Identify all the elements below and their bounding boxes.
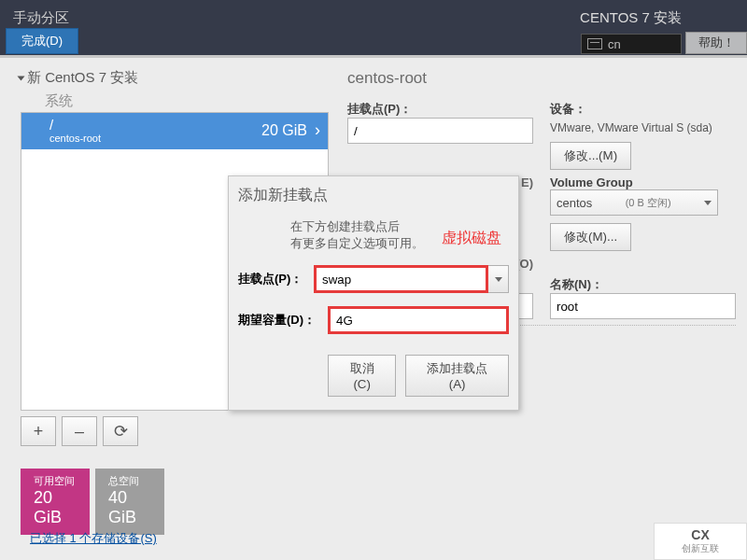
mount-label: 挂载点(P)： bbox=[347, 101, 533, 118]
name-input[interactable] bbox=[550, 293, 736, 319]
device-value: VMware, VMware Virtual S (sda) bbox=[550, 121, 736, 134]
volume-group-free: (0 B 空闲) bbox=[626, 196, 671, 210]
page-title: 手动分区 bbox=[13, 9, 69, 27]
volume-group-label: Volume Group bbox=[550, 175, 736, 189]
chevron-down-icon bbox=[495, 277, 502, 282]
available-space-box: 可用空间 20 GiB bbox=[21, 469, 90, 535]
dialog-add-button[interactable]: 添加挂载点(A) bbox=[405, 355, 509, 397]
remove-mount-button[interactable]: – bbox=[62, 416, 97, 446]
section-label: 系统 bbox=[45, 92, 331, 110]
dialog-cancel-button[interactable]: 取消(C) bbox=[328, 355, 396, 397]
partition-row-selected[interactable]: / centos-root 20 GiB › bbox=[21, 113, 328, 149]
annotation-text: 虚拟磁盘 bbox=[442, 229, 501, 248]
volume-group-select[interactable]: centos (0 B 空闲) bbox=[550, 189, 718, 216]
keyboard-icon bbox=[587, 38, 602, 49]
space-summary: 可用空间 20 GiB 总空间 40 GiB bbox=[21, 469, 164, 535]
selected-devices-link[interactable]: 已选择 1 个存储设备(S) bbox=[30, 530, 157, 547]
watermark-brand-short: CX bbox=[691, 527, 709, 542]
watermark-brand: 创新互联 bbox=[682, 542, 719, 555]
watermark: CX 创新互联 bbox=[654, 523, 747, 560]
dialog-mount-label: 挂载点(P)： bbox=[238, 271, 304, 287]
dialog-size-input[interactable] bbox=[328, 306, 509, 334]
device-modify-button[interactable]: 修改...(M) bbox=[550, 142, 631, 170]
partition-mount: / bbox=[49, 117, 53, 133]
vg-modify-button[interactable]: 修改(M)... bbox=[550, 223, 631, 251]
done-button[interactable]: 完成(D) bbox=[6, 28, 78, 54]
reload-button[interactable]: ⟳ bbox=[103, 416, 138, 446]
partition-name: centos-root bbox=[49, 133, 101, 144]
dialog-mount-dropdown[interactable] bbox=[488, 265, 509, 293]
name-label: 名称(N)： bbox=[550, 276, 736, 293]
keyboard-layout-label: cn bbox=[608, 37, 621, 51]
detail-title: centos-root bbox=[347, 69, 736, 88]
chevron-down-icon bbox=[704, 201, 712, 205]
available-space-value: 20 GiB bbox=[34, 488, 77, 527]
installer-title: CENTOS 7 安装 bbox=[580, 9, 682, 27]
help-button[interactable]: 帮助！ bbox=[685, 32, 747, 54]
partition-size: 20 GiB bbox=[261, 122, 307, 139]
scheme-label: 新 CentOS 7 安装 bbox=[27, 69, 138, 87]
chevron-right-icon: › bbox=[315, 120, 320, 140]
scheme-collapser[interactable]: 新 CentOS 7 安装 bbox=[19, 69, 331, 87]
keyboard-indicator[interactable]: cn bbox=[581, 34, 682, 54]
total-space-value: 40 GiB bbox=[108, 488, 151, 527]
device-label: 设备： bbox=[550, 101, 736, 118]
total-space-box: 总空间 40 GiB bbox=[95, 469, 164, 535]
volume-group-value: centos bbox=[557, 196, 592, 210]
add-mount-dialog: 添加新挂载点 在下方创建挂载点后 有更多自定义选项可用。 虚拟磁盘 挂载点(P)… bbox=[228, 175, 519, 411]
mount-input[interactable] bbox=[347, 118, 533, 144]
available-space-label: 可用空间 bbox=[34, 474, 77, 488]
add-mount-button[interactable]: + bbox=[21, 416, 56, 446]
dialog-size-label: 期望容量(D)： bbox=[238, 312, 318, 329]
dialog-mount-input[interactable] bbox=[314, 265, 488, 293]
topbar: 手动分区 完成(D) CENTOS 7 安装 cn 帮助！ bbox=[0, 0, 747, 58]
chevron-down-icon bbox=[18, 76, 25, 80]
total-space-label: 总空间 bbox=[108, 474, 151, 488]
dialog-title: 添加新挂载点 bbox=[238, 186, 509, 205]
